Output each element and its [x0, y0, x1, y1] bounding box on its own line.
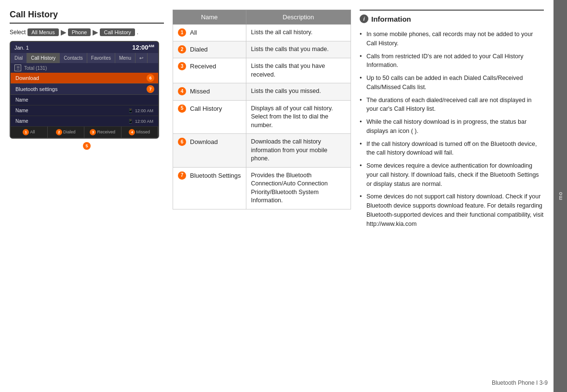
phone-list-phone-icon-3: 📱 [128, 119, 133, 124]
phone-tab-missed[interactable]: 4Missed [122, 127, 159, 138]
feature-table-container: Name Description 1AllLists the all call … [173, 10, 351, 382]
name-cell-2: 2Dialed [178, 45, 241, 54]
phone-nav-callhistory[interactable]: Call History [27, 53, 60, 63]
num-badge-5: 5 [178, 105, 186, 113]
phone-tab-all-num: 1 [23, 129, 29, 135]
phone-total-row: ☰ Total (131) [11, 63, 158, 73]
feature-name-7: Bluetooth Settings [190, 171, 241, 180]
table-row: 5Call HistoryDisplays all of your call h… [173, 100, 351, 134]
sidebar-tab: mo [554, 0, 567, 392]
phone-list-name-1: Name [15, 97, 28, 103]
table-cell-desc-3: Lists the calls that you have received. [246, 58, 351, 83]
info-bullet-4: The durations of each dialed/received ca… [360, 94, 544, 116]
name-cell-6: 6Download [178, 138, 241, 146]
table-header-description: Description [246, 10, 351, 25]
table-cell-desc-5: Displays all of your call history. Selec… [246, 100, 351, 134]
badge-label-5: 5 [83, 142, 91, 150]
section-title: Call History [10, 10, 164, 24]
num-badge-3: 3 [178, 62, 186, 70]
sidebar-tab-label: mo [557, 192, 563, 200]
info-bullet-7: Some devices require a device authentica… [360, 159, 544, 190]
num-badge-7: 7 [178, 171, 186, 180]
num-badge-6: 6 [178, 138, 186, 146]
info-bullet-1: In some mobile phones, call records may … [360, 28, 544, 50]
feature-name-6: Download [190, 138, 218, 146]
phone-nav-favorites[interactable]: Favorites [87, 53, 115, 63]
table-cell-name-1: 1All [173, 25, 246, 41]
phone-bottom-tabs: 1All 2Dialed 3Received 4Missed [11, 127, 158, 138]
phone-nav-back[interactable]: ↩ [135, 53, 148, 63]
phone-dropdown-bluetooth[interactable]: Bluetooth settings 7 [11, 84, 158, 95]
feature-name-5: Call History [190, 105, 222, 113]
table-row: 2DialedLists the calls that you made. [173, 41, 351, 58]
table-header-name: Name [173, 10, 246, 25]
page-footer: Bluetooth Phone I 3-9 [492, 379, 548, 386]
phone-list-time-2: 12:00 AM [135, 108, 153, 113]
table-row: 3ReceivedLists the calls that you have r… [173, 58, 351, 83]
feature-name-2: Dialed [190, 45, 208, 54]
num-badge-4: 4 [178, 87, 186, 95]
table-cell-name-7: 7Bluetooth Settings [173, 167, 246, 209]
info-list: In some mobile phones, call records may … [360, 28, 544, 230]
phone-date: Jan. 1 [14, 45, 29, 51]
num-badge-1: 1 [178, 28, 186, 37]
breadcrumb-arrow-2: ▶ [93, 28, 98, 36]
phone-nav-contacts[interactable]: Contacts [60, 53, 87, 63]
table-cell-name-5: 5Call History [173, 100, 246, 134]
table-cell-desc-1: Lists the all call history. [246, 25, 351, 41]
table-row: 7Bluetooth SettingsProvides the Bluetoot… [173, 167, 351, 209]
phone-nav-dial[interactable]: Dial [11, 53, 27, 63]
phone-list-item-1[interactable]: Name [11, 95, 158, 105]
left-column: Call History Select All Menus ▶ Phone ▶ … [10, 10, 164, 382]
breadcrumb-arrow-1: ▶ [61, 28, 66, 36]
breadcrumb-all-menus[interactable]: All Menus [27, 28, 58, 36]
feature-table: Name Description 1AllLists the all call … [173, 10, 351, 209]
phone-dropdown-download[interactable]: Download 6 [11, 73, 158, 84]
info-bullet-2: Calls from restricted ID's are not added… [360, 50, 544, 72]
table-cell-desc-7: Provides the Bluetooth Connection/Auto C… [246, 167, 351, 209]
info-bullet-5: While the call history download is in pr… [360, 116, 544, 138]
table-row: 6DownloadDownloads the call history info… [173, 134, 351, 168]
phone-list-item-2[interactable]: Name 📱 12:00 AM [11, 105, 158, 116]
phone-dropdown: Download 6 Bluetooth settings 7 [11, 73, 158, 95]
info-bullet-3: Up to 50 calls can be added in each Dial… [360, 72, 544, 94]
breadcrumb-call-history[interactable]: Call History [100, 28, 135, 36]
info-section: i Information In some mobile phones, cal… [360, 10, 544, 230]
phone-total-label: Total (131) [24, 65, 47, 71]
info-title-text: Information [371, 15, 411, 23]
table-cell-desc-4: Lists the calls you missed. [246, 83, 351, 100]
phone-tab-dialed-num: 2 [56, 129, 62, 135]
info-bullet-8: Some devices do not support call history… [360, 190, 544, 230]
breadcrumb: Select All Menus ▶ Phone ▶ Call History … [10, 28, 164, 36]
phone-tab-all[interactable]: 1All [11, 127, 48, 138]
breadcrumb-select-label: Select [10, 29, 26, 36]
name-cell-7: 7Bluetooth Settings [178, 171, 241, 180]
info-icon: i [360, 14, 368, 23]
phone-tab-dialed[interactable]: 2Dialed [48, 127, 85, 138]
phone-time: 12:00AM [132, 44, 154, 51]
phone-list-phone-icon-2: 📱 [128, 108, 133, 113]
phone-dropdown-download-badge: 6 [147, 74, 154, 82]
phone-dropdown-bluetooth-badge: 7 [147, 85, 154, 93]
table-cell-name-6: 6Download [173, 134, 246, 168]
phone-list-name-3: Name [15, 118, 28, 124]
phone-nav-menu[interactable]: Menu [115, 53, 135, 63]
name-cell-4: 4Missed [178, 87, 241, 96]
breadcrumb-phone[interactable]: Phone [68, 28, 91, 36]
phone-list-time-3: 12:00 AM [135, 119, 153, 124]
feature-name-1: All [190, 28, 197, 37]
name-cell-5: 5Call History [178, 105, 241, 113]
information-section-container: i Information In some mobile phones, cal… [360, 10, 544, 382]
phone-top-bar: Jan. 1 12:00AM [11, 42, 158, 53]
phone-list-name-2: Name [15, 108, 28, 113]
info-title: i Information [360, 14, 544, 23]
phone-tab-received[interactable]: 3Received [84, 127, 122, 138]
table-cell-name-4: 4Missed [173, 83, 246, 100]
phone-list-item-3[interactable]: Name 📱 12:00 AM [11, 116, 158, 127]
name-cell-1: 1All [178, 28, 241, 37]
table-cell-name-3: 3Received [173, 58, 246, 83]
num-badge-2: 2 [178, 45, 186, 53]
phone-tab-received-num: 3 [90, 129, 96, 135]
table-cell-desc-2: Lists the calls that you made. [246, 41, 351, 58]
name-cell-3: 3Received [178, 62, 241, 71]
